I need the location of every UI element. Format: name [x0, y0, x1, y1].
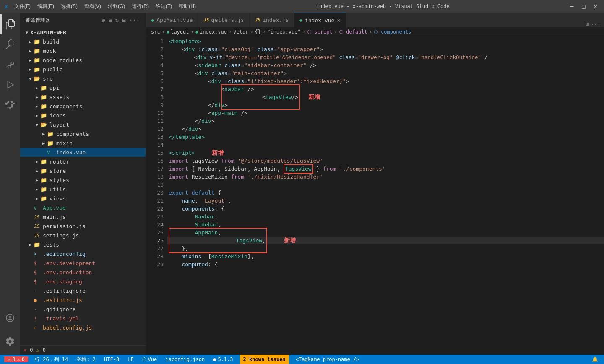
- tree-item-env-dev[interactable]: $ .env.development: [20, 258, 146, 268]
- warning-triangle-icon: ⚠: [17, 356, 20, 362]
- status-schema[interactable]: jsconfig.json: [164, 356, 206, 362]
- breadcrumb-index-vue[interactable]: ◆ index.vue: [195, 29, 227, 35]
- tree-item-node-modules[interactable]: 📁 node_modules: [20, 55, 146, 65]
- code-line-4: <sidebar class="sidebar-container" />: [167, 61, 604, 69]
- tab-index-js[interactable]: JS index.js: [250, 13, 294, 27]
- tree-item-src[interactable]: 📂 src: [20, 74, 146, 83]
- status-bell[interactable]: 🔔: [590, 356, 600, 362]
- tree-item-main-js[interactable]: JS main.js: [20, 212, 146, 221]
- tree-item-build[interactable]: 📁 build: [20, 37, 146, 46]
- menu-file[interactable]: 文件(F): [12, 2, 33, 11]
- tree-item-router[interactable]: 📁 router: [20, 157, 146, 166]
- status-position[interactable]: 行 26，列 14: [33, 356, 70, 363]
- tree-item-styles[interactable]: 📁 styles: [20, 175, 146, 185]
- tree-item-layout-components[interactable]: 📁 components: [20, 129, 146, 138]
- breadcrumb-script[interactable]: ⬡ script: [307, 29, 333, 35]
- tree-label: icons: [49, 112, 66, 119]
- activity-account[interactable]: [0, 308, 20, 328]
- menu-edit[interactable]: 编辑(E): [35, 2, 57, 11]
- tab-index-vue[interactable]: ◆ index.vue ✕: [294, 13, 346, 27]
- breadcrumb-index-vue-str[interactable]: "index.vue": [267, 29, 300, 35]
- tree-label: tests: [43, 242, 59, 248]
- code-editor[interactable]: 1 2 3 4 5 6 7 8 9 10 11 12 13 14 15 16 1…: [146, 36, 604, 355]
- menu-help[interactable]: 帮助(H): [176, 2, 198, 11]
- activity-extensions[interactable]: [0, 95, 20, 115]
- activity-explorer[interactable]: [0, 14, 20, 34]
- status-line-ending[interactable]: LF: [126, 356, 135, 362]
- activity-run[interactable]: [0, 75, 20, 95]
- tree-item-api[interactable]: 📁 api: [20, 83, 146, 92]
- tree-item-mock[interactable]: 📁 mock: [20, 46, 146, 55]
- minimize-button[interactable]: ─: [568, 2, 576, 10]
- menu-goto[interactable]: 转到(G): [105, 2, 128, 11]
- tree-item-eslintrc[interactable]: ● .eslintrc.js: [20, 295, 146, 304]
- sidebar-bottom-status: ✕ 0 ⚠ 0: [20, 345, 146, 355]
- maximize-button[interactable]: □: [579, 2, 588, 10]
- code-content[interactable]: <template> <div :class="classObj" class=…: [167, 36, 604, 355]
- tree-item-editorconfig[interactable]: ⚙ .editorconfig: [20, 249, 146, 258]
- breadcrumb-default[interactable]: ⬡ default: [339, 29, 367, 35]
- activity-settings[interactable]: [0, 331, 20, 351]
- tree-item-settings-js[interactable]: JS settings.js: [20, 231, 146, 240]
- tree-item-views[interactable]: 📁 views: [20, 194, 146, 203]
- tree-item-permission-js[interactable]: JS permission.js: [20, 221, 146, 231]
- menu-select[interactable]: 选择(S): [58, 2, 80, 11]
- tree-label: settings.js: [43, 232, 79, 239]
- known-issues-button[interactable]: 2 known issues: [240, 355, 289, 364]
- status-tag-name[interactable]: <TagName prop-name />: [294, 356, 361, 362]
- refresh-icon[interactable]: ↻: [115, 16, 120, 24]
- status-eslint[interactable]: ● 5.1.3: [211, 356, 234, 362]
- tab-appmain[interactable]: ◆ AppMain.vue: [146, 13, 198, 27]
- activity-source-control[interactable]: [0, 55, 20, 75]
- code-line-16: import tagsView from '@/store/modules/ta…: [167, 157, 604, 165]
- tree-item-app-vue[interactable]: V App.vue: [20, 203, 146, 212]
- tree-item-env-prod[interactable]: $ .env.production: [20, 268, 146, 277]
- tab-getters[interactable]: JS getters.js: [198, 13, 250, 27]
- tree-label: main.js: [43, 214, 66, 220]
- status-language[interactable]: ⬡ Vue: [141, 356, 159, 362]
- code-line-17: import { Navbar, Sidebar, AppMain, TagsV…: [167, 165, 604, 173]
- tree-item-layout-index-vue[interactable]: V index.vue: [20, 148, 146, 157]
- close-icon[interactable]: ✕: [337, 17, 340, 23]
- tree-item-utils[interactable]: 📁 utils: [20, 185, 146, 194]
- tree-item-tests[interactable]: 📁 tests: [20, 240, 146, 249]
- breadcrumb-braces[interactable]: {}: [255, 29, 261, 35]
- tree-item-travis[interactable]: ! .travis.yml: [20, 314, 146, 323]
- tree-item-layout[interactable]: 📂 layout: [20, 120, 146, 129]
- close-button[interactable]: ✕: [591, 2, 600, 10]
- more-actions-icon[interactable]: ···: [128, 16, 141, 24]
- code-line-1: <template>: [167, 37, 604, 45]
- tree-item-env-staging[interactable]: $ .env.staging: [20, 277, 146, 286]
- activity-search[interactable]: [0, 34, 20, 55]
- menu-terminal[interactable]: 终端(T): [153, 2, 174, 11]
- menu-view[interactable]: 查看(V): [82, 2, 104, 11]
- tree-item-icons[interactable]: 📁 icons: [20, 111, 146, 120]
- breadcrumb-src[interactable]: src: [151, 29, 160, 35]
- status-errors[interactable]: ✕ 0 ⚠ 0: [4, 356, 28, 362]
- tree-item-store[interactable]: 📁 store: [20, 166, 146, 175]
- code-line-27: },: [167, 244, 604, 252]
- tree-item-root[interactable]: X-ADMIN-WEB: [20, 28, 146, 37]
- code-line-10: <app-main />: [167, 109, 604, 117]
- status-spaces[interactable]: 空格: 2: [75, 356, 97, 363]
- code-line-2: <div :class="classObj" class="app-wrappe…: [167, 45, 604, 53]
- breadcrumb-vetur[interactable]: Vetur: [233, 29, 248, 35]
- menu-run[interactable]: 运行(R): [129, 2, 151, 11]
- tree-item-components[interactable]: 📁 components: [20, 101, 146, 111]
- tree-item-layout-mixin[interactable]: 📁 mixin: [20, 138, 146, 148]
- layout-split-icon[interactable]: ⊞ ···: [583, 21, 604, 27]
- tree-item-eslintignore[interactable]: · .eslintignore: [20, 286, 146, 295]
- tree-item-public[interactable]: 📁 public: [20, 65, 146, 74]
- tree-item-gitignore[interactable]: · .gitignore: [20, 304, 146, 314]
- tree-label: public: [43, 66, 62, 73]
- collapse-icon[interactable]: ⊟: [121, 16, 126, 24]
- breadcrumb-layout[interactable]: ◆ layout: [167, 29, 189, 35]
- tree-item-assets[interactable]: 📁 assets: [20, 92, 146, 101]
- status-encoding[interactable]: UTF-8: [102, 356, 121, 362]
- schema-text: jsconfig.json: [165, 356, 205, 362]
- breadcrumb-components[interactable]: ⬡ components: [374, 29, 411, 35]
- tree-label: .travis.yml: [43, 315, 79, 322]
- tree-item-babel-config[interactable]: ✦ babel.config.js: [20, 323, 146, 332]
- new-file-icon[interactable]: ⊕: [101, 16, 106, 24]
- new-folder-icon[interactable]: ⊞: [107, 16, 112, 24]
